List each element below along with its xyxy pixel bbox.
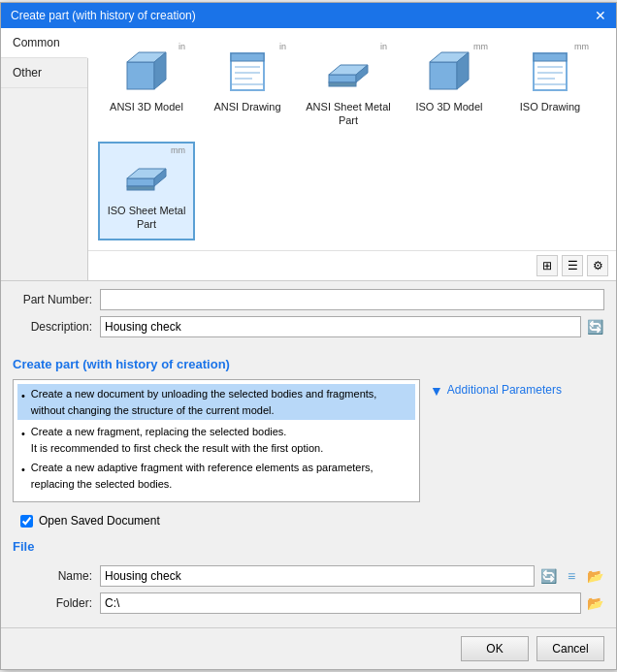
info-section: • Create a new document by unloading the… xyxy=(1,375,616,510)
svg-rect-17 xyxy=(534,53,567,61)
iso-3d-model-label: ISO 3D Model xyxy=(415,100,482,113)
file-form-section: Name: 🔄 ≡ 📂 Folder: 📂 xyxy=(1,558,616,627)
file-name-list-button[interactable]: ≡ xyxy=(562,566,581,586)
additional-params-label[interactable]: Additional Parameters xyxy=(447,383,562,397)
description-row: Description: 🔄 xyxy=(13,316,604,337)
template-ansi-sheet-metal[interactable]: in ANSI Sheet Metal Part xyxy=(300,38,397,138)
template-iso-3d-model[interactable]: mm ISO 3D Model xyxy=(401,38,498,138)
bullet-item-1[interactable]: • Create a new document by unloading the… xyxy=(17,384,415,420)
title-bar: Create part (with history of creation) ✕ xyxy=(1,3,616,28)
additional-params-arrow: ▼ xyxy=(430,383,443,399)
ansi-drawing-icon xyxy=(223,48,272,96)
iso-3d-model-icon xyxy=(425,48,473,96)
file-name-label: Name: xyxy=(13,569,100,583)
tab-common[interactable]: Common xyxy=(1,28,88,58)
ok-button[interactable]: OK xyxy=(461,636,529,661)
svg-rect-13 xyxy=(430,62,457,89)
folder-label: Folder: xyxy=(13,596,100,610)
templates-toolbar: ⊞ ☰ ⚙ xyxy=(88,250,616,280)
dialog-body: Common Other in xyxy=(1,28,616,669)
folder-input[interactable] xyxy=(100,592,581,614)
svg-rect-9 xyxy=(329,75,356,82)
filter-button[interactable]: ⚙ xyxy=(587,255,608,276)
bullet-text-1: Create a new document by unloading the s… xyxy=(31,386,411,418)
open-saved-document-checkbox[interactable] xyxy=(20,515,33,528)
ansi-3d-model-label: ANSI 3D Model xyxy=(110,100,183,113)
template-ansi-drawing[interactable]: in ANSI Drawing xyxy=(199,38,296,138)
file-name-folder-button[interactable]: 📂 xyxy=(585,566,604,586)
file-name-input[interactable] xyxy=(100,565,535,587)
template-ansi-3d-model[interactable]: in ANSI 3D Model xyxy=(98,38,195,138)
file-section-title: File xyxy=(1,535,616,558)
part-number-label: Part Number: xyxy=(13,293,100,306)
iso-sheet-metal-icon xyxy=(122,151,171,200)
tab-other[interactable]: Other xyxy=(1,58,87,88)
template-iso-drawing[interactable]: mm ISO Drawing xyxy=(502,38,599,138)
bullet-item-2[interactable]: • Create a new fragment, replacing the s… xyxy=(21,424,411,456)
iso-sheet-metal-label: ISO Sheet Metal Part xyxy=(104,204,189,232)
left-tabs: Common Other xyxy=(1,28,88,280)
ansi-sheet-metal-icon xyxy=(324,48,373,96)
cancel-button[interactable]: Cancel xyxy=(536,636,604,661)
bullet-list: • Create a new document by unloading the… xyxy=(13,379,420,502)
create-part-section-title: Create part (with history of creation) xyxy=(1,351,616,375)
folder-open-button[interactable]: 📂 xyxy=(585,593,604,613)
checkbox-row: Open Saved Document xyxy=(1,510,616,535)
bullet-item-3[interactable]: • Create a new adaptive fragment with re… xyxy=(21,460,411,492)
close-button[interactable]: ✕ xyxy=(595,9,606,22)
bottom-buttons: OK Cancel xyxy=(1,627,616,669)
ansi-3d-model-icon xyxy=(122,48,171,96)
templates-area: in ANSI 3D Model in xyxy=(88,28,616,250)
svg-rect-22 xyxy=(127,178,154,186)
part-number-row: Part Number: xyxy=(13,289,604,310)
create-part-dialog: Create part (with history of creation) ✕… xyxy=(0,2,617,670)
iso-drawing-label: ISO Drawing xyxy=(520,100,580,113)
ansi-drawing-label: ANSI Drawing xyxy=(213,100,280,113)
template-iso-sheet-metal[interactable]: mm ISO Sheet Metal Part xyxy=(98,142,195,241)
part-number-input[interactable] xyxy=(100,289,604,310)
svg-rect-4 xyxy=(231,53,264,61)
additional-params: ▼ Additional Parameters xyxy=(430,379,604,502)
description-input[interactable] xyxy=(100,316,581,337)
bullet-text-2: Create a new fragment, replacing the sel… xyxy=(31,424,323,456)
file-name-row: Name: 🔄 ≡ 📂 xyxy=(13,565,604,587)
bullet-text-3: Create a new adaptive fragment with refe… xyxy=(31,460,411,492)
templates-grid: in ANSI 3D Model in xyxy=(98,38,606,240)
folder-row: Folder: 📂 xyxy=(13,592,604,614)
svg-rect-25 xyxy=(127,186,154,190)
form-section: Part Number: Description: 🔄 xyxy=(1,281,616,351)
ansi-sheet-metal-label: ANSI Sheet Metal Part xyxy=(306,100,391,128)
iso-drawing-icon xyxy=(526,48,574,96)
open-saved-document-label: Open Saved Document xyxy=(39,514,160,528)
description-refresh-button[interactable]: 🔄 xyxy=(585,317,604,336)
view-list-button[interactable]: ☰ xyxy=(562,255,583,276)
dialog-title: Create part (with history of creation) xyxy=(11,9,196,22)
top-section: Common Other in xyxy=(1,28,616,281)
file-name-refresh-button[interactable]: 🔄 xyxy=(538,566,558,586)
svg-rect-12 xyxy=(329,82,356,86)
svg-rect-0 xyxy=(127,62,154,89)
view-thumbnails-button[interactable]: ⊞ xyxy=(536,255,558,276)
templates-panel: in ANSI 3D Model in xyxy=(88,28,616,280)
description-label: Description: xyxy=(13,320,100,334)
